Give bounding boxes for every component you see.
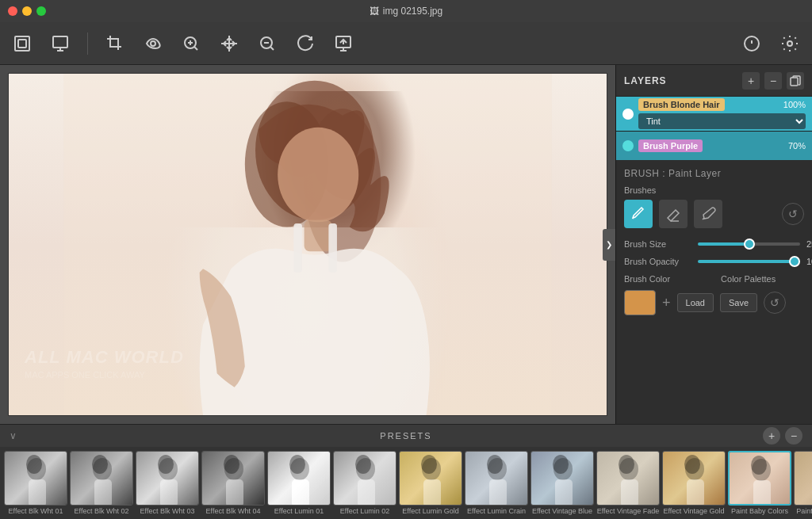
toolbar-sep-1 (87, 32, 88, 55)
preset-thumb-2 (136, 451, 199, 506)
svg-point-8 (787, 41, 792, 46)
preset-img-10 (663, 452, 725, 505)
add-color-button[interactable]: + (662, 296, 671, 310)
brush-color-swatch[interactable] (624, 290, 656, 315)
panel-toggle[interactable]: ❯ (603, 229, 615, 261)
palette-reload-button[interactable]: ↺ (764, 292, 786, 314)
svg-point-31 (289, 455, 305, 474)
layer-visibility-dot[interactable] (622, 109, 634, 120)
save-palette-button[interactable]: Save (720, 293, 757, 312)
paint-brush-button[interactable] (624, 200, 653, 228)
export-tool[interactable] (329, 29, 358, 58)
preset-item-4[interactable]: Effect Lumin 01 (267, 451, 331, 515)
svg-rect-17 (791, 78, 798, 86)
layer-percent: 100% (783, 100, 806, 109)
right-panel: LAYERS + − Brush Blonde Hair (615, 65, 812, 424)
zoom-in-tool[interactable] (177, 29, 205, 58)
add-layer-button[interactable]: + (742, 72, 760, 90)
load-palette-button[interactable]: Load (677, 293, 714, 312)
window-controls[interactable] (8, 6, 46, 16)
preset-img-1 (71, 452, 132, 505)
preset-label-4: Effect Lumin 01 (267, 507, 331, 515)
preset-item-6[interactable]: Effect Lumin Gold (399, 451, 462, 515)
svg-rect-0 (15, 36, 29, 51)
window-title: 🖼 img 02195.jpg (370, 6, 442, 17)
brush-type-row: ↺ (624, 200, 804, 228)
layer-item-blonde-hair[interactable]: Brush Blonde Hair 100% Tint Normal Multi… (616, 97, 812, 132)
minimize-button[interactable] (22, 6, 32, 16)
rotate-tool[interactable] (291, 29, 320, 58)
presets-collapse-button[interactable]: ∨ (10, 430, 17, 441)
brush-size-slider[interactable] (698, 242, 800, 246)
preset-label-2: Effect Blk Wht 03 (136, 507, 199, 515)
close-button[interactable] (8, 6, 17, 16)
preset-item-1[interactable]: Effect Blk Wht 02 (70, 451, 133, 515)
svg-point-46 (619, 455, 634, 474)
layers-actions: + − (742, 72, 804, 90)
layer-blend-select[interactable]: Tint Normal Multiply Screen (638, 113, 806, 129)
presets-actions: + − (763, 427, 802, 445)
preset-thumb-4 (267, 451, 331, 506)
maximize-button[interactable] (36, 6, 46, 16)
layer-2-percent: 70% (788, 141, 806, 151)
preset-item-2[interactable]: Effect Blk Wht 03 (136, 451, 199, 515)
brush-opacity-slider[interactable] (698, 260, 800, 263)
copy-layer-button[interactable] (787, 72, 804, 90)
preset-item-11[interactable]: Paint Baby Colors (728, 451, 791, 515)
svg-rect-1 (18, 40, 26, 48)
preset-img-6 (400, 452, 462, 505)
add-preset-button[interactable]: + (763, 427, 780, 445)
preset-item-5[interactable]: Effect Lumin 02 (333, 451, 396, 515)
eyedropper-button[interactable] (694, 200, 722, 228)
layers-list: Brush Blonde Hair 100% Tint Normal Multi… (616, 97, 812, 160)
move-tool[interactable] (215, 29, 243, 58)
zoom-out-tool[interactable] (253, 29, 282, 58)
preset-thumb-1 (70, 451, 133, 506)
preset-label-0: Effect Blk Wht 01 (4, 507, 67, 515)
svg-rect-41 (489, 479, 507, 506)
photo-canvas[interactable]: ALL MAC WORLD MAC Apps One Click Away (8, 73, 607, 416)
svg-rect-23 (94, 479, 112, 506)
erase-brush-button[interactable] (659, 200, 688, 228)
frame-tool[interactable] (8, 29, 36, 58)
preset-thumb-11 (728, 451, 791, 506)
svg-point-37 (421, 455, 437, 474)
color-controls: + Load Save ↺ (624, 290, 804, 315)
preset-item-10[interactable]: Effect Vintage Gold (662, 451, 726, 515)
preset-img-4 (268, 452, 330, 505)
svg-point-49 (684, 455, 700, 474)
remove-preset-button[interactable]: − (785, 427, 802, 445)
brush-size-row: Brush Size 250 (624, 239, 804, 249)
svg-point-43 (553, 455, 569, 474)
svg-point-52 (751, 456, 767, 475)
layer-name-badge: Brush Blonde Hair (638, 98, 725, 111)
preset-thumb-7 (465, 451, 528, 506)
preset-label-8: Effect Vintage Blue (530, 507, 594, 515)
preset-thumb-8 (530, 451, 594, 506)
layer-item-purple[interactable]: Brush Purple 70% (616, 132, 812, 160)
preset-item-7[interactable]: Effect Lumin Crain (465, 451, 528, 515)
remove-layer-button[interactable]: − (764, 72, 782, 90)
preset-label-12: Paint Mosa Colors (794, 507, 812, 515)
layer-2-dot[interactable] (622, 140, 634, 151)
preset-thumb-12 (794, 451, 812, 506)
svg-rect-35 (358, 479, 375, 506)
preset-label-1: Effect Blk Wht 02 (70, 507, 133, 515)
preset-img-11 (730, 452, 790, 504)
preset-item-0[interactable]: Effect Blk Wht 01 (4, 451, 67, 515)
settings-tool[interactable] (776, 29, 804, 58)
preset-img-7 (465, 452, 527, 505)
preset-item-12[interactable]: Paint Mosa Colors (794, 451, 812, 515)
watermark-sub: MAC Apps One Click Away (25, 370, 145, 380)
brush-reload-button[interactable]: ↺ (782, 203, 804, 225)
svg-point-25 (158, 455, 174, 474)
preset-item-9[interactable]: Effect Vintage Fade (596, 451, 660, 515)
presets-scroll[interactable]: Effect Blk Wht 01 Effect Blk Wht 02 Effe… (0, 447, 812, 519)
preset-item-8[interactable]: Effect Vintage Blue (530, 451, 594, 515)
crop-tool[interactable] (101, 29, 129, 58)
heal-tool[interactable] (139, 29, 167, 58)
info-tool[interactable] (737, 29, 766, 58)
import-tool[interactable] (46, 29, 75, 58)
preset-item-3[interactable]: Effect Blk Wht 04 (201, 451, 265, 515)
svg-rect-50 (687, 479, 704, 506)
